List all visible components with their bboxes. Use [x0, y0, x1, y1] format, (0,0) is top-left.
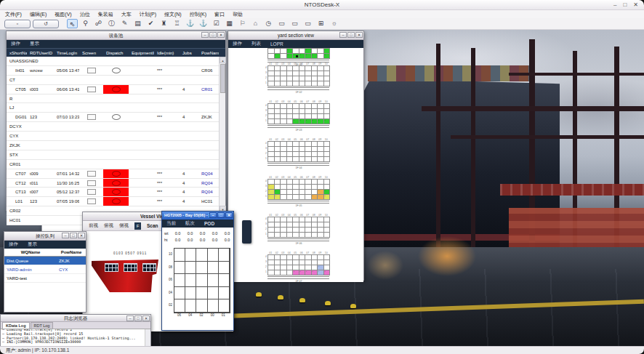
- yard-slot[interactable]: [287, 142, 294, 147]
- yard-slot[interactable]: [293, 180, 299, 185]
- yard-slot[interactable]: [318, 49, 324, 54]
- yard-slot[interactable]: [318, 147, 324, 152]
- yard-slot[interactable]: [293, 185, 299, 190]
- yard-slot[interactable]: [318, 255, 324, 260]
- yard-slot[interactable]: [281, 180, 287, 185]
- yard-slot[interactable]: [268, 195, 275, 200]
- yard-slot[interactable]: [293, 255, 299, 260]
- yard-slot[interactable]: [287, 109, 294, 114]
- yard-slot[interactable]: [312, 142, 318, 147]
- yard-slot[interactable]: [287, 114, 294, 119]
- screen-checkbox[interactable]: [87, 189, 96, 195]
- yard-slot[interactable]: [275, 66, 281, 71]
- document-icon[interactable]: ▤: [132, 19, 143, 28]
- bay-slot[interactable]: [208, 249, 219, 262]
- yard-slot[interactable]: [299, 185, 306, 190]
- yard-slot[interactable]: [268, 142, 275, 147]
- bay-slot[interactable]: [208, 299, 219, 313]
- log-tab-0[interactable]: KData Log: [2, 322, 30, 329]
- minimize-icon[interactable]: –: [201, 32, 209, 38]
- yard-slot[interactable]: [268, 109, 275, 114]
- yard-slot[interactable]: [312, 71, 318, 76]
- log-tab-1[interactable]: RDT Log: [31, 322, 54, 329]
- vessel-toolbar-item-0[interactable]: 前视: [89, 222, 98, 229]
- queue-column-wqname[interactable]: WQName: [4, 250, 57, 254]
- yard-slot[interactable]: [281, 49, 287, 54]
- column-header-idle(min)[interactable]: Idle(min): [154, 51, 180, 55]
- column-header-jobs[interactable]: Jobs: [180, 51, 198, 55]
- device-pool-menu-0[interactable]: 操作: [11, 41, 20, 47]
- column-header-rdtuserid[interactable]: RDTUserID: [27, 51, 54, 55]
- vessel-scan-button[interactable]: Scan: [147, 223, 158, 228]
- yard-slot[interactable]: [293, 217, 299, 222]
- yard-slot[interactable]: [324, 109, 331, 114]
- yard-slot[interactable]: [305, 152, 312, 157]
- yard-slot[interactable]: [305, 157, 312, 162]
- bay-slot[interactable]: [219, 262, 230, 275]
- close-icon[interactable]: ✕: [225, 212, 233, 218]
- yard-slot[interactable]: [305, 76, 312, 81]
- device-group-row[interactable]: ZKJK: [7, 141, 219, 150]
- cell-powname[interactable]: RQ04: [198, 172, 219, 176]
- device-group-row[interactable]: LJ: [7, 103, 219, 113]
- yard-slot[interactable]: [324, 260, 331, 265]
- yard-slot[interactable]: [287, 222, 294, 228]
- bay-toolbar-item-0[interactable]: 当前: [166, 220, 176, 227]
- field-button[interactable]: ▫: [4, 20, 31, 28]
- yard-slot[interactable]: [293, 270, 299, 275]
- maximize-icon[interactable]: □: [217, 212, 225, 218]
- yard-slot[interactable]: [287, 255, 294, 260]
- yard-slot[interactable]: [268, 54, 275, 59]
- yard-slot[interactable]: [299, 152, 306, 157]
- yard-slot[interactable]: [312, 152, 318, 157]
- yard-slot[interactable]: [268, 255, 275, 260]
- column-header-dispatch[interactable]: Dispatch: [103, 51, 129, 55]
- yard-slot[interactable]: [299, 157, 306, 162]
- yard-slot[interactable]: [275, 152, 281, 157]
- yard-slot[interactable]: [268, 71, 275, 76]
- yard-slot[interactable]: [275, 180, 281, 185]
- app-maximize-button[interactable]: □: [623, 0, 627, 9]
- yard-slot[interactable]: [299, 104, 306, 109]
- yard-slot[interactable]: [281, 265, 287, 270]
- yard-slot[interactable]: [268, 76, 275, 81]
- yard-slot[interactable]: [275, 81, 281, 87]
- column-header-screen[interactable]: Screen: [79, 51, 103, 55]
- yard-slot[interactable]: [318, 109, 324, 114]
- yard-slot[interactable]: [324, 157, 331, 162]
- yard-slot[interactable]: [281, 119, 287, 124]
- monitor-icon-2[interactable]: ▭: [289, 19, 300, 28]
- yard-slot[interactable]: [268, 265, 275, 270]
- bay-slot[interactable]: [208, 262, 219, 275]
- yard-slot[interactable]: [268, 152, 275, 157]
- yard-slot[interactable]: [293, 195, 299, 200]
- yard-slot[interactable]: [287, 66, 294, 71]
- yard-slot[interactable]: [312, 260, 318, 265]
- yard-slot[interactable]: [299, 222, 306, 228]
- scroll-up-icon[interactable]: ▲: [220, 57, 226, 63]
- yard-slot[interactable]: [324, 119, 331, 124]
- yard-slot[interactable]: [318, 222, 324, 228]
- yard-slot[interactable]: [324, 142, 331, 147]
- yard-slot[interactable]: [324, 217, 331, 222]
- yard-slot[interactable]: [318, 66, 324, 71]
- yard-slot[interactable]: [312, 66, 318, 71]
- device-group-row[interactable]: STX: [7, 150, 219, 160]
- window-grid-icon[interactable]: ⊞: [315, 19, 326, 28]
- yard-slot[interactable]: [318, 157, 324, 162]
- yard-slot[interactable]: [268, 114, 275, 119]
- select-tool-icon[interactable]: ⇖: [67, 19, 78, 28]
- yard-slot[interactable]: [287, 71, 294, 76]
- queue-row[interactable]: Dist.QueueZKJK: [4, 257, 86, 265]
- menubar-item-1[interactable]: 编辑(E): [30, 11, 47, 18]
- yard-slot[interactable]: [305, 119, 312, 124]
- yard-slot[interactable]: [281, 228, 287, 233]
- yard-slot[interactable]: [312, 109, 318, 114]
- cell-powname[interactable]: CR01: [198, 87, 219, 92]
- yard-slot[interactable]: [275, 157, 281, 162]
- yard-slot[interactable]: [318, 76, 324, 81]
- app-minimize-button[interactable]: –: [613, 0, 616, 9]
- yard-slot[interactable]: [312, 54, 318, 59]
- yard-slot[interactable]: [287, 147, 294, 152]
- device-group-row[interactable]: UNASSIGNED: [7, 57, 219, 66]
